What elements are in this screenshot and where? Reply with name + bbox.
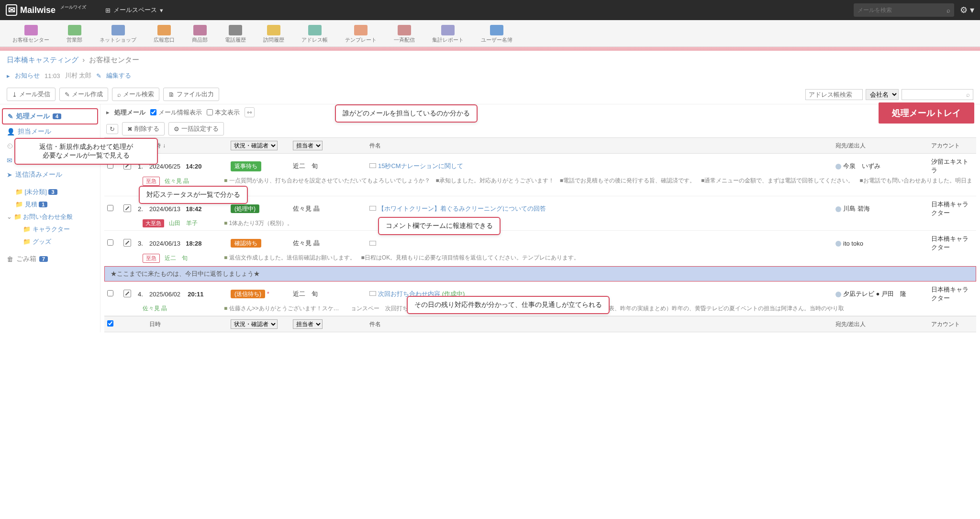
addressbook-search[interactable]	[805, 89, 863, 100]
edit-icon[interactable]	[123, 290, 131, 297]
sidebar-folder[interactable]: 📁 見積 1	[2, 198, 98, 211]
show-body-check[interactable]: 本文表示	[207, 108, 240, 117]
company-select[interactable]: 会社名	[866, 89, 899, 100]
callout-2: 対応ステータスが一覧で分かる	[139, 186, 248, 204]
appnav-item[interactable]: ネットショップ	[91, 22, 145, 46]
col-sender[interactable]: 宛先/差出人	[833, 141, 928, 151]
topbar: ✉ Mailwise メールワイズ ⊞ メールスペース ▾ ⌕ ⚙ ▾	[0, 0, 980, 20]
assignee-select[interactable]: 担当者	[293, 141, 323, 150]
appnav-label: ネットショップ	[100, 36, 136, 44]
subject-link[interactable]: 15秒CMナレーションに関して	[378, 162, 463, 169]
notice-edit[interactable]: 編集する	[106, 71, 131, 80]
appnav-label: アドレス帳	[301, 36, 328, 44]
expand-icon[interactable]: ⇿	[245, 107, 255, 117]
appnav-icon	[229, 25, 242, 35]
sidebar-assigned[interactable]: 👤 担当メール	[2, 124, 98, 139]
urgent-tag: 大至急	[143, 219, 164, 227]
list-title-icon: ▸	[106, 109, 110, 116]
appnav-item[interactable]: お客様センター	[4, 22, 58, 46]
appnav-icon	[68, 25, 81, 35]
appnav-item[interactable]: 訪問履歴	[255, 22, 293, 46]
edit-icon[interactable]	[123, 204, 131, 212]
mail-icon	[369, 291, 376, 296]
export-button[interactable]: 🗎 ファイル出力	[163, 88, 219, 101]
appnav-item[interactable]: テンプレート	[336, 22, 385, 46]
search-button[interactable]: ⌕ メール検索	[112, 88, 159, 101]
sidebar-processing[interactable]: ✎ 処理メール 4	[2, 108, 98, 124]
processing-badge: 4	[53, 113, 61, 119]
bulk-button[interactable]: ⚙ 一括設定する	[168, 122, 224, 135]
product-sub: メールワイズ	[60, 4, 86, 11]
appnav-label: 営業部	[67, 36, 82, 44]
mail-icon	[369, 163, 376, 168]
column-header: 日時 ↓ 状況・確認者 担当者 件名 宛先/差出人 アカウント	[104, 137, 976, 154]
appnav-label: 商品部	[192, 36, 208, 44]
select-all-bottom[interactable]	[107, 320, 113, 327]
appnav-item[interactable]: 電話履歴	[216, 22, 255, 46]
status-tag: (処理中)	[231, 204, 259, 213]
list-title: 処理メール	[114, 108, 145, 117]
row-check[interactable]	[107, 205, 113, 211]
appnav-label: 広報窓口	[154, 36, 175, 44]
notice-user: 川村 太郎	[65, 71, 92, 80]
callout-1: 返信・新規作成あわせて処理が 必要なメールが一覧で見える	[14, 138, 158, 165]
sidebar-folder[interactable]: 📁 グッズ	[2, 236, 98, 248]
compose-button[interactable]: ✎ メール作成	[59, 88, 108, 101]
col-account[interactable]: アカウント	[928, 141, 976, 151]
column-header-bottom: 日時 状況・確認者 担当者 件名 宛先/差出人 アカウント	[104, 316, 976, 332]
sidebar-folder[interactable]: 📁 キャラクター	[2, 223, 98, 236]
appnav-item[interactable]: 商品部	[183, 22, 216, 46]
callout-5: その日の残り対応件数が分かって、仕事の見通しが立てられる	[407, 296, 610, 314]
breadcrumb-section: お客様センター	[89, 56, 139, 64]
edit-icon[interactable]	[123, 239, 131, 247]
sidebar-folder[interactable]: 📁 [未分類] 3	[2, 186, 98, 198]
search-icon: ⌕	[966, 91, 970, 98]
edit-icon: ✎	[96, 72, 101, 79]
callout-title: 処理メールトレイ	[879, 102, 974, 124]
user-icon	[835, 206, 841, 212]
appnav-label: 集計レポート	[432, 36, 464, 44]
appnav-icon	[193, 25, 207, 35]
global-search[interactable]: ⌕	[854, 3, 954, 17]
receive-button[interactable]: ⤓ メール受信	[7, 88, 56, 101]
status-select[interactable]: 状況・確認者	[231, 141, 278, 150]
notice-row: ▸ お知らせ 11:03 川村 太郎 ✎ 編集する	[0, 69, 980, 85]
search-input[interactable]	[858, 7, 947, 13]
sidebar-trash[interactable]: 🗑 ごみ箱 7	[2, 252, 98, 266]
appnav-label: テンプレート	[345, 36, 377, 44]
product-name: Mailwise	[20, 5, 56, 15]
row-check[interactable]	[107, 239, 113, 246]
appnav-item[interactable]: 一斉配信	[385, 22, 423, 46]
mailspace-icon: ⊞	[105, 7, 111, 14]
breadcrumb: 日本橋キャスティング › お客様センター	[0, 51, 980, 69]
notice-time: 11:03	[45, 72, 60, 79]
mail-row[interactable]: 3.2024/06/13 18:28確認待ち佐々見 晶ito toko日本橋キャ…	[104, 231, 976, 266]
subject-link[interactable]: 【ホワイトクリーン】着ぐるみクリーニングについての回答	[378, 205, 546, 212]
sidebar-sent[interactable]: ➤ 送信済みメール	[2, 168, 98, 182]
row-check[interactable]	[107, 290, 113, 296]
mail-icon	[369, 206, 376, 211]
settings-gear-icon[interactable]: ⚙ ▾	[960, 5, 974, 15]
product-logo: ✉ Mailwise メールワイズ	[6, 4, 86, 16]
appnav-item[interactable]: 集計レポート	[423, 22, 472, 46]
mailspace-dropdown[interactable]: ⊞ メールスペース ▾	[105, 6, 163, 14]
delete-button[interactable]: ✖ 削除する	[122, 122, 165, 135]
appnav-icon	[441, 25, 455, 35]
col-subject[interactable]: 件名	[367, 141, 833, 151]
show-info-check[interactable]: メール情報表示	[150, 108, 202, 117]
appnav-icon	[398, 25, 411, 35]
notice-label[interactable]: お知らせ	[15, 71, 40, 80]
appnav-item[interactable]: 営業部	[58, 22, 91, 46]
breadcrumb-org[interactable]: 日本橋キャスティング	[7, 56, 78, 64]
refresh-icon[interactable]: ↻	[106, 124, 118, 134]
appnav-item[interactable]: アドレス帳	[293, 22, 336, 46]
appnav-item[interactable]: ユーザー名簿	[472, 22, 521, 46]
appnav-item[interactable]: 広報窓口	[145, 22, 183, 46]
appnav-label: 一斉配信	[394, 36, 415, 44]
status-tag: 返事待ち	[231, 161, 261, 171]
separator-row: ★ここまでに来たものは、今日中に返答しましょう★	[104, 266, 976, 282]
list-header: ▸ 処理メール メール情報表示 本文表示 ⇿ ⏮ ◀ ▶	[104, 104, 976, 120]
sidebar-folder[interactable]: ⌄ 📁 お問い合わせ全般	[2, 211, 98, 223]
sort-icon[interactable]: ↓	[163, 142, 166, 149]
free-search[interactable]: ⌕	[902, 89, 973, 100]
